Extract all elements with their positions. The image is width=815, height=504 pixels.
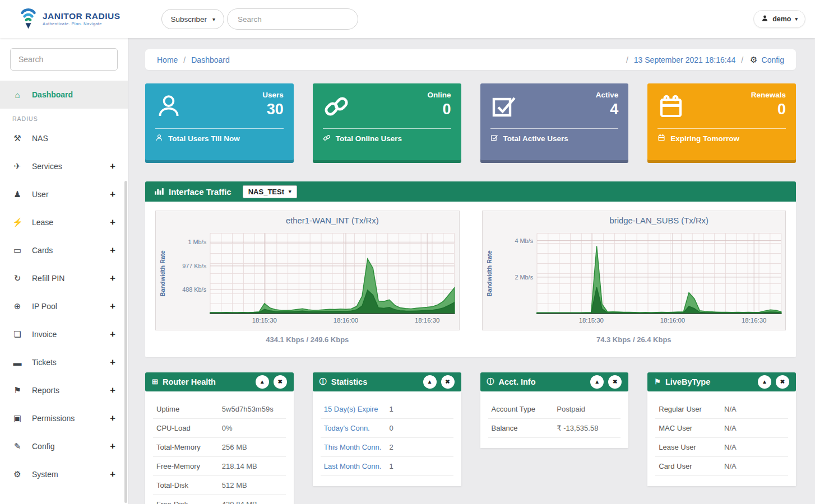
sidebar-search-input[interactable] — [17, 54, 110, 64]
sidebar-item-lease[interactable]: ⚡ Lease + — [0, 208, 128, 236]
chevron-down-icon: ▾ — [795, 16, 798, 22]
panel-row: Last Month Conn. 1 — [321, 457, 453, 476]
panel-row-label[interactable]: Today's Conn. — [324, 424, 390, 432]
panel-close-button[interactable]: ✖ — [776, 375, 789, 389]
svg-text:bridge-LAN_SUBS (Tx/Rx): bridge-LAN_SUBS (Tx/Rx) — [609, 216, 708, 225]
sidebar-scrollbar-thumb[interactable] — [124, 181, 127, 503]
panel-title: LiveByType — [665, 377, 710, 386]
expand-plus-icon[interactable]: + — [110, 385, 115, 396]
divider — [490, 128, 619, 129]
sidebar-item-cards[interactable]: ▭ Cards + — [0, 236, 128, 264]
expand-plus-icon[interactable]: + — [110, 413, 115, 424]
subscriber-select-value: Subscriber — [170, 15, 207, 24]
panel-row-label[interactable]: 15 Day(s) Expire — [324, 405, 390, 413]
panel-close-button[interactable]: ✖ — [441, 375, 455, 389]
calendar-icon — [657, 134, 665, 143]
sidebar-item-tickets[interactable]: ▬ Tickets + — [0, 348, 128, 376]
panel-row-value: N/A — [724, 405, 785, 413]
panel-collapse-button[interactable]: ▲ — [423, 375, 437, 389]
panel-row: Card User N/A — [655, 457, 788, 476]
sidebar-item-ip-pool[interactable]: ⊕ IP Pool + — [0, 292, 128, 320]
panel-row-value: N/A — [724, 443, 785, 451]
expand-plus-icon[interactable]: + — [110, 217, 115, 228]
sidebar-item-nas[interactable]: ⚒ NAS — [0, 124, 128, 152]
panel-row-label[interactable]: Last Month Conn. — [324, 462, 390, 470]
sidebar-item-refill-pin[interactable]: ↻ Refill PIN + — [0, 264, 128, 292]
panel-row-label: Regular User — [659, 405, 724, 413]
sidebar-item-system[interactable]: ⚙ System + — [0, 460, 128, 488]
sidebar-nav: ⌂ Dashboard RADIUS ⚒ NAS ✈ Services + ♟ … — [0, 81, 128, 488]
panel-row: Today's Conn. 0 — [321, 419, 453, 438]
breadcrumb-home-link[interactable]: Home — [157, 55, 178, 64]
stat-cards-row: Users 30 Total Users Till Now Online 0 T… — [145, 83, 796, 163]
chart-plot-area: 4 Mb/s2 Mb/s18:15:3018:16:0018:16:30brid… — [482, 211, 786, 330]
breadcrumb-separator: / — [183, 55, 186, 64]
config-link[interactable]: Config — [762, 55, 784, 64]
expand-plus-icon[interactable]: + — [110, 329, 115, 340]
cogs-icon: ⚙ — [12, 469, 22, 479]
panel-row: Total-Disk 512 MB — [153, 476, 286, 495]
global-search-input[interactable] — [237, 15, 349, 24]
panel-row: Total-Memory 256 MB — [153, 438, 286, 457]
sidebar-item-permissions[interactable]: ▣ Permissions + — [0, 404, 128, 432]
breadcrumb-dashboard-link[interactable]: Dashboard — [191, 55, 230, 64]
link-icon — [323, 134, 331, 143]
svg-text:977 Kb/s: 977 Kb/s — [182, 263, 206, 269]
panel-row: MAC User N/A — [655, 419, 788, 438]
card-icon: ▭ — [12, 245, 22, 255]
traffic-chart-bridge-lan-subs-tx-rx: 4 Mb/s2 Mb/s18:15:3018:16:0018:16:30brid… — [482, 211, 786, 344]
expand-plus-icon[interactable]: + — [110, 357, 115, 368]
expand-plus-icon[interactable]: + — [110, 161, 115, 172]
expand-plus-icon[interactable]: + — [110, 441, 115, 452]
panel-title: Acct. Info — [499, 377, 536, 386]
main-content: Home / Dashboard / 13 September 2021 18:… — [128, 38, 815, 504]
panel-row-label: Balance — [492, 424, 557, 432]
sidebar-item-services[interactable]: ✈ Services + — [0, 152, 128, 180]
expand-plus-icon[interactable]: + — [110, 189, 115, 200]
panel-row-label[interactable]: This Month Conn. — [324, 443, 390, 451]
nas-icon: ⚒ — [12, 133, 22, 143]
sidebar-item-dashboard[interactable]: ⌂ Dashboard — [0, 81, 128, 109]
panel-row: Regular User N/A — [655, 399, 788, 419]
expand-plus-icon[interactable]: + — [110, 273, 115, 284]
chevron-down-icon: ▾ — [289, 189, 291, 194]
subscriber-select[interactable]: Subscriber ▾ — [161, 9, 224, 29]
chart-rate-summary: 434.1 Kbps / 249.6 Kbps — [155, 335, 460, 344]
brand-title: JANITOR RADIUS — [43, 11, 120, 21]
stat-card-label: Online — [427, 91, 451, 99]
panel-row-value: N/A — [724, 424, 785, 432]
traffic-chart-ether1-wan-int-tx-rx: 1 Mb/s977 Kb/s488 Kb/s18:15:3018:16:0018… — [155, 211, 460, 344]
chart-plot-area: 1 Mb/s977 Kb/s488 Kb/s18:15:3018:16:0018… — [155, 211, 460, 330]
panel-collapse-button[interactable]: ▲ — [590, 375, 604, 389]
brand-logo: JANITOR RADIUS Authenticate. Plan. Navig… — [19, 6, 120, 32]
user-menu-button[interactable]: demo ▾ — [753, 10, 805, 28]
flag-icon: ⚑ — [654, 377, 661, 386]
panel-collapse-button[interactable]: ▲ — [758, 375, 771, 389]
panel-collapse-button[interactable]: ▲ — [256, 375, 269, 389]
check-square-icon — [490, 134, 498, 143]
stat-card-value: 0 — [427, 101, 451, 118]
stat-card-value: 0 — [751, 101, 786, 118]
panel-close-button[interactable]: ✖ — [274, 375, 287, 389]
expand-plus-icon[interactable]: + — [110, 469, 115, 480]
expand-plus-icon[interactable]: + — [110, 301, 115, 312]
panel-statistics: ⓘ Statistics ▲ ✖ 15 Day(s) Expire 1 Toda… — [313, 372, 461, 486]
user-icon — [155, 93, 182, 120]
panel-title: Router Health — [163, 377, 216, 386]
panel-row-label: Uptime — [156, 405, 222, 413]
sidebar-item-reports[interactable]: ⚑ Reports + — [0, 376, 128, 404]
brand-tagline: Authenticate. Plan. Navigate — [43, 22, 120, 26]
user-icon — [155, 134, 163, 143]
stat-card-label: Users — [262, 91, 284, 99]
sidebar-item-user[interactable]: ♟ User + — [0, 180, 128, 208]
stat-card-footer-label: Total Users Till Now — [168, 134, 240, 143]
sidebar-item-invoice[interactable]: ❏ Invoice + — [0, 320, 128, 348]
expand-plus-icon[interactable]: + — [110, 245, 115, 256]
sidebar-item-config[interactable]: ✎ Config + — [0, 432, 128, 460]
panel-close-button[interactable]: ✖ — [608, 375, 622, 389]
panel-row: Lease User N/A — [655, 438, 788, 457]
bottom-panels-row: ⊞ Router Health ▲ ✖ Uptime 5w5d7h53m59s … — [145, 372, 796, 504]
nas-select[interactable]: NAS_TESt ▾ — [243, 185, 297, 198]
panel-row-label: Lease User — [659, 443, 724, 451]
panel-row-value: N/A — [724, 462, 785, 470]
